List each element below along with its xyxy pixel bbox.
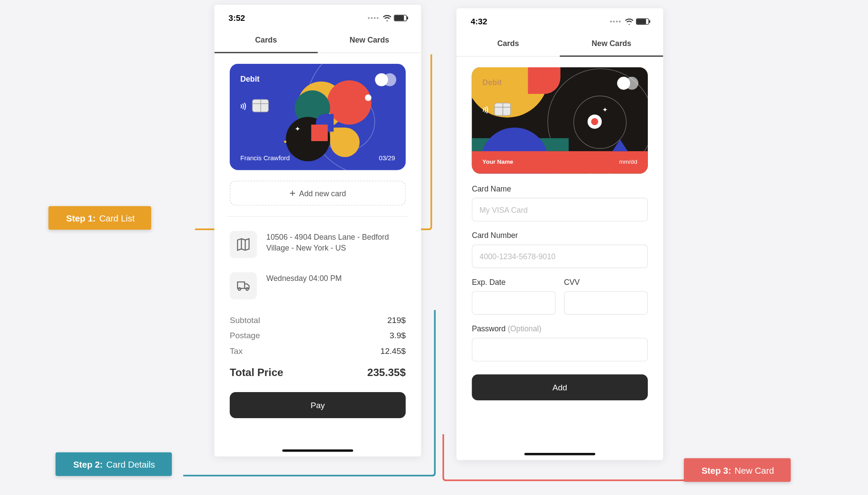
tab-cards[interactable]: Cards: [456, 31, 560, 56]
tab-new-cards[interactable]: New Cards: [318, 27, 421, 53]
subtotal-value: 219$: [387, 315, 406, 325]
subtotal-label: Subtotal: [230, 315, 260, 325]
card-number-label: Card Number: [472, 231, 648, 240]
tax-row: Tax 12.45$: [215, 343, 421, 358]
delivery-text: Wednesday 04:00 PM: [266, 272, 342, 284]
cardholder-name: Your Name: [482, 158, 513, 165]
card-shape: [591, 118, 598, 125]
cvv-input[interactable]: [564, 291, 648, 314]
total-row: Total Price 235.35$: [215, 359, 421, 380]
card-shape: [612, 139, 627, 151]
card-shape: [528, 67, 561, 94]
address-row: 10506 - 4904 Deans Lane - Bedford Villag…: [215, 224, 421, 265]
postage-value: 3.9$: [389, 331, 406, 340]
exp-date-label: Exp. Date: [472, 277, 556, 286]
status-bar: 4:32: [456, 8, 663, 31]
subtotal-row: Subtotal 219$: [215, 312, 421, 327]
status-bar: 3:52: [215, 5, 421, 27]
delivery-row: Wednesday 04:00 PM: [215, 265, 421, 307]
tab-new-cards[interactable]: New Cards: [560, 31, 663, 56]
tab-cards[interactable]: Cards: [215, 27, 318, 53]
status-icons: [610, 18, 649, 24]
exp-date-input[interactable]: [472, 291, 556, 314]
add-card-label: Add new card: [299, 189, 346, 198]
new-card-form: Card Name Card Number Exp. Date CVV Pass…: [456, 174, 663, 371]
tax-value: 12.45$: [380, 346, 406, 356]
step2-badge: Step 2: Card Details: [56, 452, 172, 476]
home-indicator[interactable]: [282, 449, 353, 452]
wifi-icon: [383, 14, 391, 21]
plus-icon: +: [289, 187, 295, 199]
postage-label: Postage: [230, 331, 260, 340]
card-shape: [327, 80, 371, 125]
card-name-label: Card Name: [472, 184, 648, 193]
contactless-icon: [239, 101, 250, 112]
divider: [228, 216, 408, 217]
address-text: 10506 - 4904 Deans Lane - Bedford Villag…: [266, 231, 406, 254]
pay-label: Pay: [310, 400, 325, 410]
status-icons: [368, 14, 407, 21]
card-name-input[interactable]: [472, 198, 648, 221]
add-label: Add: [552, 383, 567, 392]
card-network-icon: [375, 73, 396, 86]
step3-badge: Step 3: New Card: [684, 458, 791, 482]
pay-button[interactable]: Pay: [230, 392, 406, 418]
postage-row: Postage 3.9$: [215, 328, 421, 343]
card-type: Debit: [482, 78, 502, 87]
status-time: 4:32: [471, 16, 487, 26]
password-input[interactable]: [472, 338, 648, 361]
password-label-text: Password: [472, 324, 506, 333]
step1-text: Card List: [99, 213, 135, 223]
card-expiry: 03/29: [379, 154, 395, 161]
wifi-icon: [625, 18, 634, 24]
status-time: 3:52: [228, 13, 245, 23]
step1-bold: Step 1:: [66, 213, 96, 223]
debit-card-preview: ✦ Debit Your Name mm/dd: [472, 67, 648, 174]
map-icon: [230, 231, 257, 258]
card-type: Debit: [241, 74, 260, 83]
add-new-card-button[interactable]: + Add new card: [230, 181, 406, 205]
contactless-icon: [481, 105, 492, 115]
sparkle-icon: ✦: [295, 125, 300, 133]
home-indicator[interactable]: [525, 453, 595, 455]
battery-icon: [394, 14, 407, 21]
step3-bold: Step 3:: [702, 465, 731, 475]
card-shape: [284, 141, 286, 143]
password-label: Password (Optional): [472, 324, 648, 333]
card-shape: [330, 128, 360, 157]
card-shape: [365, 95, 371, 101]
total-value: 235.35$: [367, 367, 406, 380]
step1-badge: Step 1: Card List: [49, 206, 152, 230]
card-number-input[interactable]: [472, 244, 648, 268]
phone-new-card: 4:32 Cards New Cards ✦ Debit: [456, 8, 663, 460]
truck-icon: [230, 272, 257, 300]
step2-text: Card Details: [106, 459, 155, 469]
step3-text: New Card: [735, 465, 774, 475]
card-network-icon: [617, 77, 638, 90]
step2-bold: Step 2:: [73, 459, 103, 469]
tabs: Cards New Cards: [215, 27, 421, 53]
tabs: Cards New Cards: [456, 31, 663, 57]
total-label: Total Price: [230, 367, 283, 380]
card-shape: [311, 125, 328, 141]
add-button[interactable]: Add: [472, 374, 648, 400]
chip-icon: [252, 99, 269, 112]
phone-card-list: 3:52 Cards New Cards ✦ Debit: [215, 5, 421, 456]
cardholder-name: Francis Crawford: [241, 154, 290, 161]
tax-label: Tax: [230, 346, 243, 356]
password-optional: (Optional): [508, 324, 541, 333]
battery-icon: [636, 18, 649, 24]
cvv-label: CVV: [564, 277, 648, 286]
card-expiry: mm/dd: [619, 158, 637, 165]
sparkle-icon: ✦: [602, 106, 607, 114]
debit-card[interactable]: ✦ Debit Francis Crawford 03/29: [230, 64, 406, 170]
chip-icon: [494, 103, 511, 116]
